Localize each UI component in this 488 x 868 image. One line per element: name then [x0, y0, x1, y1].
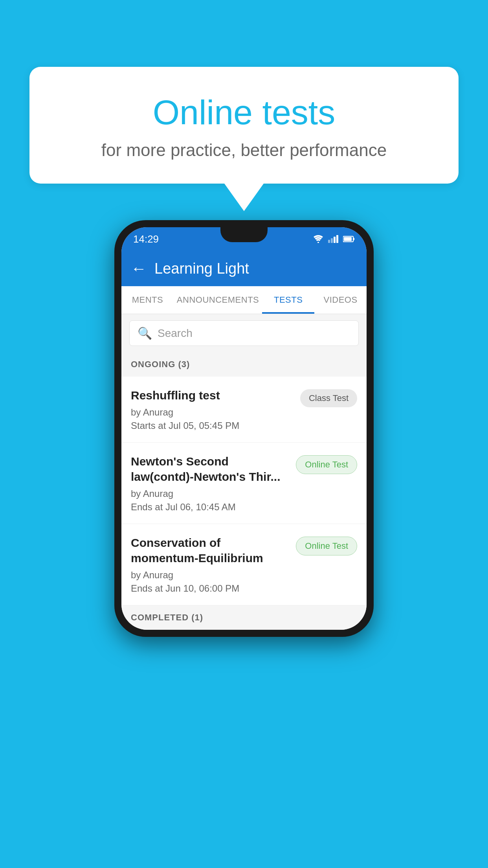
status-time: 14:29 — [133, 233, 159, 245]
speech-bubble: Online tests for more practice, better p… — [29, 67, 459, 184]
test-info-newton: Newton's Second law(contd)-Newton's Thir… — [131, 454, 296, 513]
phone-outer: 14:29 — [114, 220, 374, 637]
tabs-container: MENTS ANNOUNCEMENTS TESTS VIDEOS — [121, 286, 367, 314]
app-title: Learning Light — [154, 260, 249, 277]
test-author-reshuffling: by Anurag — [131, 407, 292, 418]
test-time-conservation: Ends at Jun 10, 06:00 PM — [131, 583, 288, 594]
tab-videos[interactable]: VIDEOS — [314, 286, 367, 314]
phone-screen: 14:29 — [121, 227, 367, 630]
search-placeholder: Search — [158, 327, 193, 340]
wifi-icon — [313, 235, 323, 243]
search-icon: 🔍 — [138, 326, 152, 340]
test-name-conservation: Conservation of momentum-Equilibrium — [131, 535, 288, 566]
test-item-conservation[interactable]: Conservation of momentum-Equilibrium by … — [121, 524, 367, 605]
online-tests-title: Online tests — [61, 92, 427, 132]
test-info-reshuffling: Reshuffling test by Anurag Starts at Jul… — [131, 388, 300, 431]
tab-ments[interactable]: MENTS — [121, 286, 174, 314]
tab-announcements[interactable]: ANNOUNCEMENTS — [174, 286, 262, 314]
ongoing-section-header: ONGOING (3) — [121, 352, 367, 377]
test-item-newton[interactable]: Newton's Second law(contd)-Newton's Thir… — [121, 443, 367, 524]
notch — [220, 227, 268, 242]
svg-rect-3 — [344, 237, 352, 241]
test-info-conservation: Conservation of momentum-Equilibrium by … — [131, 535, 296, 594]
svg-point-0 — [317, 242, 319, 243]
search-container: 🔍 Search — [121, 314, 367, 352]
test-badge-conservation: Online Test — [296, 537, 357, 555]
app-bar: ← Learning Light — [121, 251, 367, 286]
test-item-reshuffling[interactable]: Reshuffling test by Anurag Starts at Jul… — [121, 377, 367, 443]
test-time-newton: Ends at Jul 06, 10:45 AM — [131, 502, 288, 513]
test-badge-newton: Online Test — [296, 455, 357, 474]
speech-bubble-tail — [224, 184, 264, 211]
online-tests-subtitle: for more practice, better performance — [61, 140, 427, 160]
test-time-reshuffling: Starts at Jul 05, 05:45 PM — [131, 420, 292, 431]
test-author-conservation: by Anurag — [131, 570, 288, 581]
status-bar: 14:29 — [121, 227, 367, 251]
speech-bubble-container: Online tests for more practice, better p… — [29, 67, 459, 211]
test-badge-reshuffling: Class Test — [300, 389, 357, 407]
ongoing-label: ONGOING (3) — [131, 359, 190, 369]
test-name-newton: Newton's Second law(contd)-Newton's Thir… — [131, 454, 288, 484]
svg-rect-2 — [353, 238, 354, 240]
phone-container: 14:29 — [114, 220, 374, 637]
signal-icon — [328, 235, 338, 243]
battery-icon — [343, 235, 355, 243]
test-author-newton: by Anurag — [131, 488, 288, 499]
search-bar[interactable]: 🔍 Search — [129, 320, 359, 346]
test-name-reshuffling: Reshuffling test — [131, 388, 292, 403]
back-button[interactable]: ← — [131, 260, 147, 278]
status-icons — [313, 235, 355, 243]
test-list: Reshuffling test by Anurag Starts at Jul… — [121, 377, 367, 605]
completed-label: COMPLETED (1) — [131, 612, 203, 622]
completed-section-header: COMPLETED (1) — [121, 605, 367, 630]
tab-tests[interactable]: TESTS — [262, 286, 314, 314]
